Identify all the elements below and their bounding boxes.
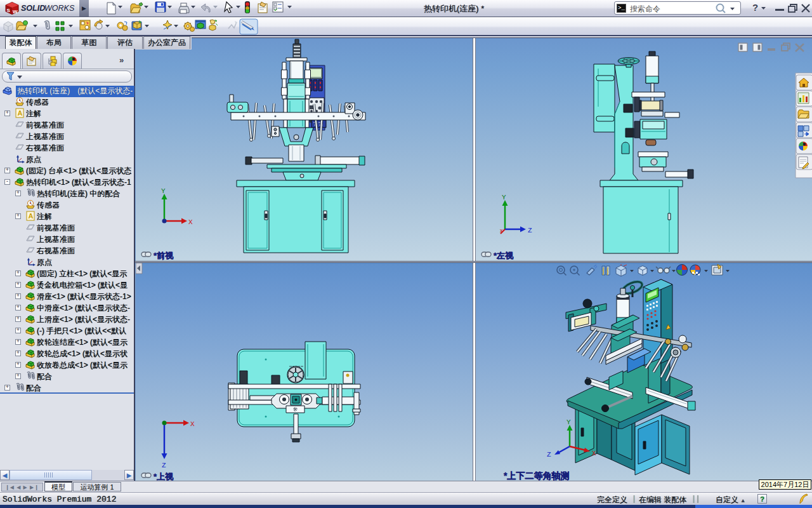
svg-text:Z: Z [547,451,551,458]
svg-text:x: x [500,227,503,234]
svg-text:*前视: *前视 [154,251,174,260]
svg-text:*上下二等角轴测: *上下二等角轴测 [504,471,569,481]
svg-text:Y: Y [161,187,166,195]
svg-text:X: X [188,218,193,226]
svg-text:X: X [190,420,195,428]
svg-text:Z: Z [162,462,166,469]
svg-text:*上视: *上视 [154,472,174,481]
svg-text:Y: Y [566,418,571,426]
svg-text:Z: Z [528,227,532,234]
svg-text:Y: Y [502,194,506,201]
svg-text:X: X [592,450,596,457]
svg-text:*左视: *左视 [494,251,514,260]
